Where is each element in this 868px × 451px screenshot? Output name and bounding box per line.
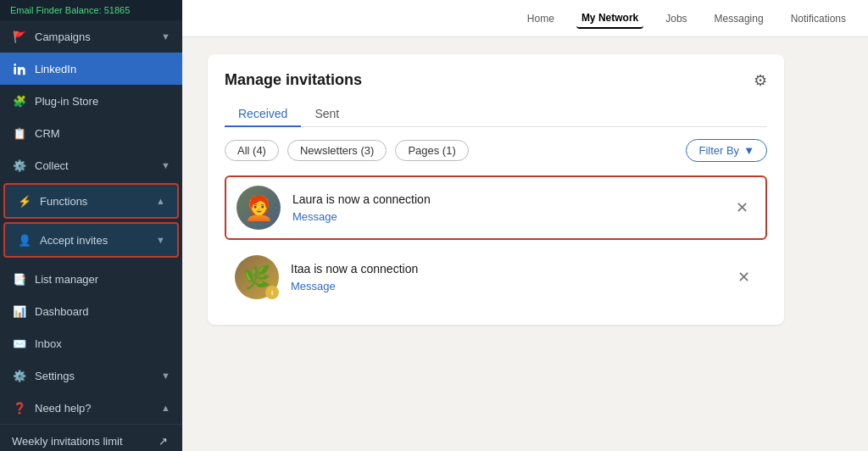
sidebar-item-collect[interactable]: ⚙️ Collect ▼ <box>0 149 182 181</box>
sidebar-label-list-manager: List manager <box>35 273 98 286</box>
connection-item-laura: 🧑‍🦰 Laura is now a connection Message ✕ <box>225 175 767 240</box>
svg-rect-0 <box>14 67 16 75</box>
main-wrapper: Home My Network Jobs Messaging Notificat… <box>182 0 868 451</box>
sidebar-item-campaigns[interactable]: 🚩 Campaigns ▼ <box>0 20 182 53</box>
connection-item-itaa: 🌿 i Itaa is now a connection Message ✕ <box>225 247 767 308</box>
nav-jobs[interactable]: Jobs <box>660 9 692 28</box>
puzzle-icon: 🧩 <box>12 93 27 109</box>
avatar-badge-itaa: i <box>265 286 279 299</box>
sidebar-item-functions[interactable]: ⚡ Functions ▲ <box>3 183 179 219</box>
sidebar-label-functions: Functions <box>40 195 87 208</box>
filter-row: All (4) Newsletters (3) Pages (1) Filter… <box>225 139 767 162</box>
nav-messaging[interactable]: Messaging <box>709 9 769 28</box>
filter-by-label: Filter By <box>698 144 739 157</box>
sidebar-label-dashboard: Dashboard <box>35 305 89 318</box>
chevron-down-icon: ▼ <box>161 31 170 42</box>
close-button-laura[interactable]: ✕ <box>729 195 755 220</box>
chevron-down-icon: ▼ <box>161 370 170 381</box>
envelope-icon: ✉️ <box>12 336 27 351</box>
sidebar-item-plugin-store[interactable]: 🧩 Plug-in Store <box>0 85 182 117</box>
chevron-down-icon: ▼ <box>743 144 754 157</box>
card-header: Manage invitations ⚙ <box>225 71 767 90</box>
flag-icon: 🚩 <box>12 29 27 44</box>
list-icon: 📑 <box>12 271 27 287</box>
external-link-icon: ↗ <box>155 433 170 448</box>
apps-icon: ⚡ <box>17 193 32 209</box>
manage-invitations-card: Manage invitations ⚙ Received Sent All (… <box>208 54 784 325</box>
sidebar-label-campaigns: Campaigns <box>35 31 91 43</box>
settings-gear-button[interactable]: ⚙ <box>754 71 767 90</box>
tab-received[interactable]: Received <box>225 102 301 127</box>
dashboard-icon: 📊 <box>12 303 27 319</box>
linkedin-icon <box>12 61 27 76</box>
sidebar-label-need-help: Need help? <box>35 402 92 415</box>
sidebar-label-inbox: Inbox <box>35 337 62 350</box>
avatar-laura: 🧑‍🦰 <box>236 186 281 230</box>
sidebar-label-collect: Collect <box>35 159 69 172</box>
sidebar-label-linkedin: LinkedIn <box>35 63 76 75</box>
sidebar-item-crm[interactable]: 📋 CRM <box>0 117 182 149</box>
tab-sent[interactable]: Sent <box>301 102 353 127</box>
sidebar-item-settings[interactable]: ⚙️ Settings ▼ <box>0 359 182 392</box>
nav-home[interactable]: Home <box>522 9 559 28</box>
question-icon: ❓ <box>12 400 27 415</box>
sidebar-item-linkedin[interactable]: LinkedIn <box>0 53 182 85</box>
sidebar-bottom: Weekly invitations limit ↗ Knowledge bas… <box>0 424 182 451</box>
filter-pages[interactable]: Pages (1) <box>395 140 468 161</box>
sidebar-label-settings: Settings <box>35 370 75 382</box>
sidebar-label-crm: CRM <box>35 127 60 140</box>
svg-point-1 <box>14 64 16 66</box>
sidebar-item-accept-invites[interactable]: 👤 Accept invites ▼ <box>3 222 179 258</box>
table-icon: 📋 <box>12 125 27 141</box>
sidebar-label-weekly-invitations: Weekly invitations limit <box>12 435 123 448</box>
sidebar-item-weekly-invitations[interactable]: Weekly invitations limit ↗ <box>0 425 182 451</box>
chevron-up-icon: ▲ <box>161 403 170 413</box>
connection-name-laura: Laura is now a connection <box>292 192 431 206</box>
avatar-itaa: 🌿 i <box>235 255 279 299</box>
sidebar-item-inbox[interactable]: ✉️ Inbox <box>0 327 182 359</box>
gear-icon: ⚙️ <box>12 368 27 383</box>
sidebar-item-dashboard[interactable]: 📊 Dashboard <box>0 295 182 327</box>
chevron-up-icon: ▲ <box>156 196 165 206</box>
message-link-laura[interactable]: Message <box>292 210 337 223</box>
chevron-down-icon: ▼ <box>156 235 165 245</box>
filter-newsletters[interactable]: Newsletters (3) <box>287 140 387 161</box>
message-link-itaa[interactable]: Message <box>291 280 336 292</box>
grid-icon: ⚙️ <box>12 158 27 173</box>
connection-name-itaa: Itaa is now a connection <box>291 262 418 276</box>
sidebar-item-need-help[interactable]: ❓ Need help? ▲ <box>0 392 182 424</box>
filter-all[interactable]: All (4) <box>225 140 279 161</box>
tabs-bar: Received Sent <box>225 102 767 127</box>
balance-text: Email Finder Balance: 51865 <box>10 5 130 15</box>
filter-by-button[interactable]: Filter By ▼ <box>686 139 767 162</box>
sidebar-item-list-manager[interactable]: 📑 List manager <box>0 263 182 295</box>
card-title: Manage invitations <box>225 71 362 89</box>
sidebar: Email Finder Balance: 51865 🚩 Campaigns … <box>0 0 182 451</box>
chevron-down-icon: ▼ <box>161 160 170 170</box>
sidebar-label-plugin: Plug-in Store <box>35 95 98 108</box>
nav-my-network[interactable]: My Network <box>576 8 643 29</box>
person-check-icon: 👤 <box>17 232 32 248</box>
close-button-itaa[interactable]: ✕ <box>731 264 757 290</box>
top-nav: Home My Network Jobs Messaging Notificat… <box>182 0 868 37</box>
sidebar-label-accept-invites: Accept invites <box>40 234 108 247</box>
nav-notifications[interactable]: Notifications <box>786 9 851 28</box>
email-finder-balance: Email Finder Balance: 51865 <box>0 0 182 20</box>
content-area: Manage invitations ⚙ Received Sent All (… <box>182 37 868 451</box>
